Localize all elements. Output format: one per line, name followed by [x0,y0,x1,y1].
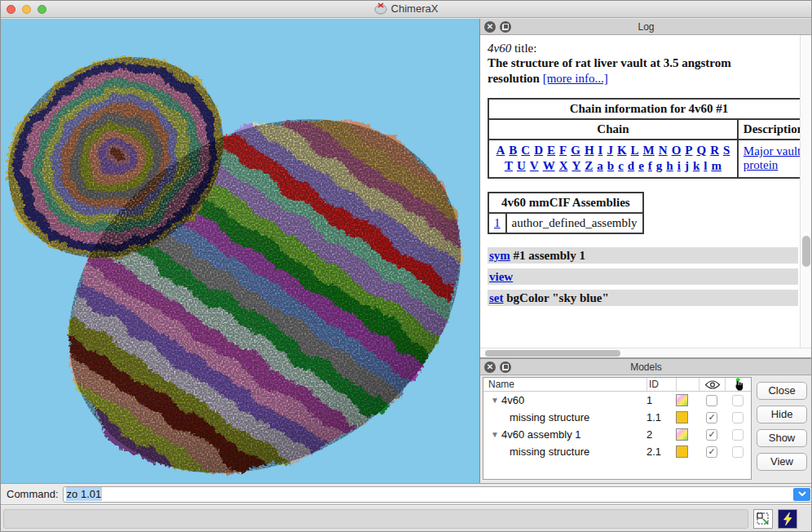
window-title: ChimeraX [391,2,439,15]
log-vertical-scrollbar[interactable] [800,35,812,348]
zoom-window-button[interactable] [38,5,46,14]
log-undock-icon[interactable] [500,21,511,33]
close-model-button[interactable]: Close [757,382,807,400]
models-panel: ✕ Models Name ID [480,359,812,483]
command-history-dropdown-button[interactable] [793,488,810,501]
log-vscroll-thumb[interactable] [802,236,810,267]
selected-checkbox[interactable]: ✓ [732,446,744,458]
name-column-header: Name [483,379,647,390]
log-content: 4v60 title: The structure of rat liver v… [480,35,800,348]
disclosure-triangle-icon[interactable]: ▼ [488,430,501,439]
model-color-swatch[interactable] [676,411,688,423]
show-model-button[interactable]: Show [757,429,807,447]
assembly-name-cell: author_defined_assembly [506,213,643,233]
eye-icon [704,380,721,389]
model-row-2-1-missing-structure[interactable]: missing structure 2.1 ✓ ✓ [483,443,751,460]
models-table-header: Name ID [483,378,751,392]
chain-column-header: Chain [488,119,738,140]
graphics-viewport[interactable] [0,19,480,483]
window-title-group: ChimeraX [374,2,439,15]
disclosure-triangle-icon[interactable]: ▼ [488,396,501,405]
hand-select-icon [733,378,744,391]
log-panel-title: Log [480,21,812,33]
snapshot-region-button[interactable] [753,509,773,529]
shown-checkbox[interactable]: ✓ [706,446,717,458]
log-hscroll-thumb[interactable] [485,350,620,357]
shown-checkbox[interactable]: ✓ [706,395,717,406]
structure-title-label: 4v60 title: [488,42,798,55]
status-message-area [3,509,748,529]
description-column-header: Description [738,119,800,140]
chimerax-window: ChimeraX [0,0,812,532]
models-table: Name ID [483,377,752,480]
title-bar: ChimeraX [0,0,812,18]
shown-checkbox[interactable]: ✓ [706,429,717,441]
selected-checkbox[interactable]: ✓ [732,395,744,406]
model-color-swatch[interactable] [676,428,688,441]
view-model-button[interactable]: View [757,453,807,471]
command-input-selected-text: zo 1.01 [66,487,103,501]
structure-title-text: The structure of rat liver vault at 3.5 … [488,55,757,86]
more-info-link[interactable]: [more info...] [543,72,608,85]
minimize-window-button[interactable] [22,5,31,14]
close-window-button[interactable] [7,5,15,14]
set-command-link[interactable]: set [489,291,504,304]
model-color-swatch[interactable] [676,394,688,406]
chimerax-app-icon [374,2,387,15]
command-label: Command: [7,488,59,500]
models-buttons: Close Hide Show View [757,382,807,471]
log-close-icon[interactable]: ✕ [484,21,496,33]
snapshot-region-icon [756,512,770,526]
chain-information-table: Chain information for 4v60 #1 Chain Desc… [488,98,800,179]
chain-description-link[interactable]: Major vault protein [744,144,800,171]
lightning-icon [781,512,794,526]
model-row-4v60[interactable]: ▼4v60 1 ✓ ✓ [483,392,751,409]
model-row-4v60-assembly-1[interactable]: ▼4v60 assembly 1 2 ✓ ✓ [483,426,751,443]
log-horizontal-scrollbar[interactable] [480,348,812,357]
hide-model-button[interactable]: Hide [757,406,807,423]
chain-links-cell: ABCDEFGHIJKLMNOPQRS TUVWXYZabcdefghijklm [488,140,738,178]
status-bar [0,504,812,532]
models-panel-header: ✕ Models [480,359,812,375]
log-panel-header: ✕ Log [480,19,812,35]
chain-links-row2[interactable]: TUVWXYZabcdefghijklm [494,158,732,175]
models-undock-icon[interactable] [500,361,511,373]
models-panel-title: Models [480,361,812,373]
fast-mode-button[interactable] [778,509,797,529]
sym-command-link[interactable]: sym [489,249,510,262]
chain-table-title: Chain information for 4v60 #1 [488,99,800,119]
log-panel: ✕ Log 4v60 title: The structure of rat l… [480,19,812,359]
assemblies-table: 4v60 mmCIF Assemblies 1 author_defined_a… [488,192,644,234]
command-echo-sym: sym #1 assembly 1 [488,247,798,264]
selected-checkbox[interactable]: ✓ [732,412,744,423]
id-column-header: ID [647,378,676,391]
view-command-link[interactable]: view [489,270,513,283]
model-color-swatch[interactable] [676,446,688,458]
chain-links-row1[interactable]: ABCDEFGHIJKLMNOPQRS [494,143,732,159]
selected-checkbox[interactable]: ✓ [732,429,744,441]
vault-structure-render [0,19,480,483]
assemblies-table-title: 4v60 mmCIF Assemblies [488,193,643,213]
model-row-1-1-missing-structure[interactable]: missing structure 1.1 ✓ ✓ [483,409,751,426]
command-input[interactable]: zo 1.01 [63,486,812,503]
command-echo-set: set bgColor "sky blue" [488,290,798,306]
shown-checkbox[interactable]: ✓ [706,412,717,423]
traffic-lights [7,0,46,18]
models-close-icon[interactable]: ✕ [484,361,496,373]
chevron-down-icon [798,491,806,497]
command-echo-view: view [488,268,798,285]
assembly-1-link[interactable]: 1 [494,216,501,229]
command-bar: Command: zo 1.01 [0,483,812,504]
